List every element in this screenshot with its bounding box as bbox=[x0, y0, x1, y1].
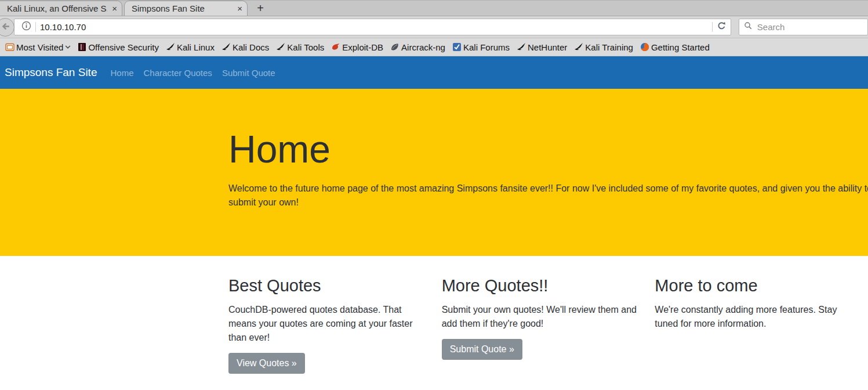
info-icon bbox=[21, 21, 31, 33]
kali-dragon-icon bbox=[166, 42, 175, 52]
bookmark-getting-started[interactable]: Getting Started bbox=[637, 42, 713, 52]
bookmark-label: Most Visited bbox=[16, 42, 63, 52]
site-navbar: Simpsons Fan Site Home Character Quotes … bbox=[0, 56, 868, 89]
column-more-quotes: More Quotes!! Submit your own quotes! We… bbox=[442, 276, 655, 374]
bookmark-kali-forums[interactable]: Kali Forums bbox=[449, 42, 513, 52]
forums-icon bbox=[452, 42, 462, 52]
urlbar-divider bbox=[712, 22, 713, 32]
bookmark-label: Kali Docs bbox=[233, 42, 269, 52]
bookmark-kali-training[interactable]: Kali Training bbox=[571, 42, 637, 52]
bookmark-most-visited[interactable]: Most Visited bbox=[2, 42, 74, 52]
kali-dragon-icon bbox=[574, 42, 583, 52]
back-arrow-icon bbox=[1, 21, 10, 34]
search-input[interactable] bbox=[756, 21, 843, 32]
tab-title: Kali Linux, an Offensive S... bbox=[7, 3, 107, 13]
page-title: Home bbox=[228, 129, 868, 169]
urlbar-divider bbox=[35, 22, 36, 32]
tab-bar: Kali Linux, an Offensive S... × Simpsons… bbox=[0, 0, 868, 16]
bookmark-label: Kali Linux bbox=[177, 42, 215, 52]
kali-dragon-icon bbox=[517, 42, 526, 52]
kali-dragon-icon bbox=[276, 42, 285, 52]
bookmark-kali-docs[interactable]: Kali Docs bbox=[218, 42, 273, 52]
content-row: Best Quotes CouchDB-powered quotes datab… bbox=[0, 256, 868, 374]
jumbotron-text: Welcome to the future home page of the m… bbox=[228, 182, 868, 210]
bookmark-label: Kali Forums bbox=[463, 42, 510, 52]
firefox-icon bbox=[640, 42, 649, 52]
history-folder-icon bbox=[5, 42, 14, 52]
bookmark-label: NetHunter bbox=[528, 42, 567, 52]
bookmark-kali-linux[interactable]: Kali Linux bbox=[162, 42, 218, 52]
kali-dragon-icon bbox=[221, 42, 231, 52]
bookmark-label: Kali Tools bbox=[287, 42, 324, 52]
submit-quote-button[interactable]: Submit Quote » bbox=[442, 339, 522, 360]
aircrack-icon bbox=[390, 42, 400, 52]
bookmark-offensive-security[interactable]: Offensive Security bbox=[74, 42, 162, 52]
search-box bbox=[739, 19, 868, 35]
site-brand[interactable]: Simpsons Fan Site bbox=[5, 66, 97, 79]
column-text: We're constantly adding more features. S… bbox=[655, 303, 855, 331]
close-icon[interactable]: × bbox=[237, 4, 242, 13]
bookmark-kali-tools[interactable]: Kali Tools bbox=[273, 42, 328, 52]
column-text: Submit your own quotes! We'll review the… bbox=[442, 303, 642, 331]
navigation-toolbar: 10.10.10.70 bbox=[0, 16, 868, 38]
column-more-to-come: More to come We're constantly adding mor… bbox=[655, 276, 868, 374]
back-button[interactable] bbox=[0, 18, 14, 37]
chevron-down-icon bbox=[65, 45, 71, 49]
bookmark-label: Offensive Security bbox=[88, 42, 158, 52]
column-best-quotes: Best Quotes CouchDB-powered quotes datab… bbox=[228, 276, 442, 374]
exploitdb-icon bbox=[331, 42, 340, 52]
column-title: More Quotes!! bbox=[442, 276, 642, 295]
column-title: More to come bbox=[655, 276, 855, 295]
view-quotes-button[interactable]: View Quotes » bbox=[228, 353, 305, 374]
browser-window: Kali Linux, an Offensive S... × Simpsons… bbox=[0, 0, 868, 390]
bookmark-exploit-db[interactable]: Exploit-DB bbox=[328, 42, 387, 52]
bookmark-nethunter[interactable]: NetHunter bbox=[513, 42, 571, 52]
close-icon[interactable]: × bbox=[112, 4, 117, 13]
bookmarks-bar: Most Visited Offensive Security Kali Lin… bbox=[0, 38, 868, 56]
offsec-icon bbox=[78, 42, 86, 52]
bookmark-label: Getting Started bbox=[651, 42, 710, 52]
tab-title: Simpsons Fan Site bbox=[132, 3, 233, 13]
nav-link-home[interactable]: Home bbox=[110, 68, 133, 78]
search-icon bbox=[744, 21, 753, 32]
column-text: CouchDB-powered quotes database. That me… bbox=[228, 303, 428, 345]
bookmark-aircrack-ng[interactable]: Aircrack-ng bbox=[387, 42, 449, 52]
column-title: Best Quotes bbox=[228, 276, 428, 295]
bookmark-label: Kali Training bbox=[585, 42, 633, 52]
tab-simpsons-fan-site[interactable]: Simpsons Fan Site × bbox=[124, 1, 248, 16]
bookmark-label: Exploit-DB bbox=[342, 42, 383, 52]
reload-button[interactable] bbox=[717, 21, 727, 33]
url-bar[interactable]: 10.10.10.70 bbox=[14, 19, 731, 35]
url-input[interactable]: 10.10.10.70 bbox=[40, 22, 86, 32]
nav-link-character-quotes[interactable]: Character Quotes bbox=[143, 68, 212, 78]
bookmark-label: Aircrack-ng bbox=[401, 42, 445, 52]
jumbotron: Home Welcome to the future home page of … bbox=[0, 89, 868, 256]
nav-link-submit-quote[interactable]: Submit Quote bbox=[222, 68, 275, 78]
tab-kali-linux[interactable]: Kali Linux, an Offensive S... × bbox=[0, 1, 122, 16]
new-tab-button[interactable]: + bbox=[253, 2, 268, 15]
